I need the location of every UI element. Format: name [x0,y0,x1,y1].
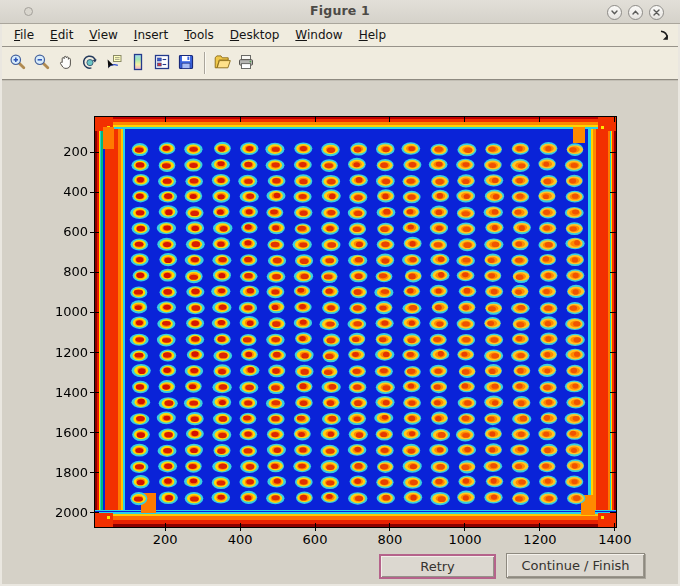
y-tick-label: 1000 [46,304,88,319]
legend-icon [153,53,171,74]
y-tick-label: 1400 [46,385,88,400]
dock-figure-arrow-icon[interactable] [658,28,672,47]
x-tick-label: 600 [293,532,337,547]
menu-item-window[interactable]: Window [287,26,350,45]
y-tick [90,432,99,433]
y-tick-right [610,152,616,153]
y-tick [90,512,99,513]
toolbar [0,47,680,80]
x-tick [165,523,166,531]
menu-item-insert[interactable]: Insert [126,26,176,45]
chevron-up-icon [630,7,641,18]
window-close-button[interactable] [649,5,664,20]
x-tick-top [165,117,166,122]
zoom-out-button[interactable] [31,52,53,74]
print-icon [237,53,255,74]
pan-icon [57,53,75,74]
x-tick-top [389,117,390,122]
window-title: Figure 1 [0,3,680,18]
save-button[interactable] [175,52,197,74]
y-tick-label: 400 [46,184,88,199]
chevron-down-icon [609,7,620,18]
x-tick-top [240,117,241,122]
y-tick-label: 600 [46,224,88,239]
x-tick [464,523,465,531]
figure-window: Figure 1 FileEditViewInsertToolsDesktopW… [0,0,680,586]
x-tick-top [464,117,465,122]
x-tick [389,523,390,531]
y-tick-right [610,352,616,353]
window-shade-button[interactable] [607,5,622,20]
y-tick [90,312,99,313]
x-tick-top [614,117,615,122]
x-tick-label: 1000 [443,532,487,547]
y-tick [90,352,99,353]
plate-heatmap-image [95,117,616,527]
colorbar-icon [129,53,147,74]
menu-item-file[interactable]: File [6,26,42,45]
y-tick [90,232,99,233]
y-tick-right [610,272,616,273]
zoom-in-button[interactable] [7,52,29,74]
x-tick-label: 400 [218,532,262,547]
toolbar-separator [204,52,206,74]
y-tick [90,392,99,393]
y-tick-right [610,192,616,193]
x-tick-label: 800 [368,532,412,547]
y-tick-right [610,512,616,513]
y-tick-label: 200 [46,144,88,159]
menu-item-view[interactable]: View [81,26,125,45]
rotate-3d-icon [81,53,99,74]
menu-item-desktop[interactable]: Desktop [222,26,288,45]
pan-button[interactable] [55,52,77,74]
x-tick [240,523,241,531]
menu-item-tools[interactable]: Tools [176,26,222,45]
x-tick-label: 1400 [593,532,637,547]
y-tick [90,192,99,193]
zoom-in-icon [9,53,27,74]
x-tick-top [539,117,540,122]
zoom-out-icon [33,53,51,74]
x-tick [539,523,540,531]
menubar: FileEditViewInsertToolsDesktopWindowHelp [0,24,680,47]
y-tick-label: 2000 [46,505,88,520]
close-icon [651,7,662,18]
y-tick [90,272,99,273]
y-tick-label: 800 [46,264,88,279]
rotate-3d-button[interactable] [79,52,101,74]
print-button[interactable] [235,52,257,74]
y-tick-label: 1200 [46,345,88,360]
menu-item-edit[interactable]: Edit [42,26,81,45]
window-unshade-button[interactable] [628,5,643,20]
y-tick-right [610,472,616,473]
y-tick [90,152,99,153]
open-file-button[interactable] [211,52,233,74]
window-border-left [0,24,2,586]
y-tick [90,472,99,473]
x-tick [315,523,316,531]
y-tick-right [610,312,616,313]
data-cursor-button[interactable] [103,52,125,74]
retry-button[interactable]: Retry [379,554,496,579]
legend-button[interactable] [151,52,173,74]
titlebar[interactable]: Figure 1 [0,0,680,24]
menu-item-help[interactable]: Help [351,26,394,45]
y-tick-right [610,432,616,433]
y-tick-right [610,232,616,233]
save-icon [177,53,195,74]
open-file-icon [213,53,231,74]
x-tick [614,523,615,531]
x-tick-label: 1200 [518,532,562,547]
y-tick-label: 1800 [46,465,88,480]
y-tick-right [610,392,616,393]
x-tick-top [315,117,316,122]
data-cursor-icon [105,53,123,74]
x-tick-label: 200 [143,532,187,547]
colorbar-button[interactable] [127,52,149,74]
y-tick-label: 1600 [46,425,88,440]
continue-finish-button[interactable]: Continue / Finish [506,553,645,578]
